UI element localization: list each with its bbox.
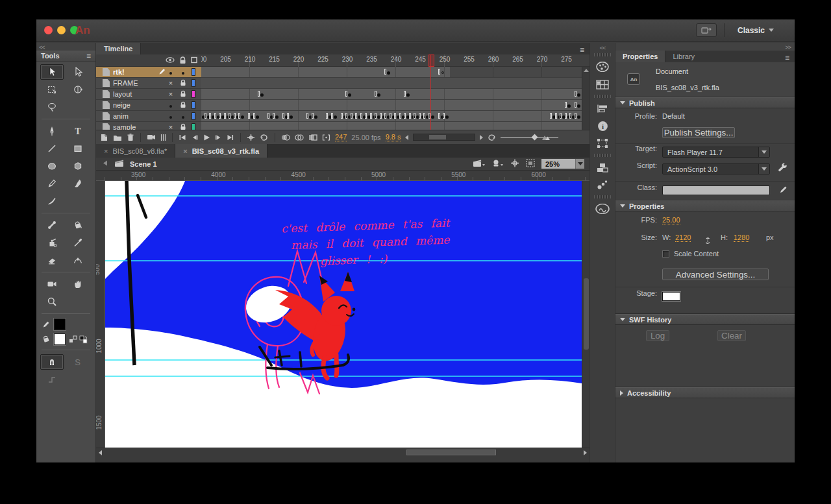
properties-panel-menu-icon[interactable]: ≡ [780, 53, 795, 62]
creative-cloud-panel-icon[interactable] [593, 201, 612, 217]
show-layer-depth-icon[interactable] [160, 134, 166, 141]
brush-tool-icon[interactable] [66, 176, 90, 191]
keyframe-filled[interactable] [575, 101, 580, 110]
layer-row-layout[interactable]: layout× [96, 89, 201, 100]
publish-section-header[interactable]: Publish [615, 97, 795, 108]
align-panel-icon[interactable] [593, 101, 612, 116]
step-back-button[interactable] [191, 134, 198, 141]
keyframe-filled[interactable] [404, 90, 410, 99]
timeline-vertical-scrollbar[interactable] [582, 67, 589, 130]
onion-skin-outlines-button[interactable] [295, 134, 304, 141]
script-settings-wrench-icon[interactable] [778, 163, 788, 174]
elapsed-time-field[interactable]: 9.8 s [386, 133, 401, 141]
keyframe-filled[interactable] [287, 112, 293, 121]
tools-collapse-strip[interactable]: << [36, 43, 95, 51]
properties-section-header[interactable]: Properties [615, 200, 795, 211]
smooth-option-icon[interactable]: S [66, 354, 90, 370]
free-transform-tool-icon[interactable] [40, 82, 64, 97]
keyframe-filled[interactable] [258, 90, 264, 99]
camera-button[interactable] [147, 134, 156, 141]
document-tab[interactable]: ×BIS_sc08_v3_rtk.fla [175, 144, 267, 158]
link-width-height-icon[interactable] [702, 236, 713, 246]
fill-color-swatch[interactable] [54, 333, 66, 345]
reset-timeline-zoom-button[interactable] [488, 134, 496, 141]
lasso-tool-icon[interactable] [40, 99, 64, 115]
bone-tool-icon[interactable] [40, 217, 64, 233]
dropdown-arrow-icon[interactable] [758, 147, 769, 157]
keyframe-filled[interactable] [565, 101, 571, 110]
timeline-horizontal-scrollbar[interactable] [413, 134, 475, 141]
tab-library[interactable]: Library [665, 51, 702, 62]
keyframe-filled[interactable] [375, 90, 380, 99]
accessibility-section-header[interactable]: Accessibility [615, 387, 795, 398]
scrollbar-thumb[interactable] [584, 278, 589, 350]
keyframe-filled[interactable] [443, 112, 449, 121]
straighten-option-icon[interactable] [40, 372, 64, 387]
dock-collapse-icon[interactable]: << [600, 45, 606, 51]
layer-visibility-toggle[interactable]: × [166, 90, 176, 98]
swatches-panel-icon[interactable] [593, 77, 612, 92]
layer-lock-toggle[interactable] [178, 123, 188, 130]
color-panel-icon[interactable] [593, 59, 612, 75]
scenes-panel-icon[interactable] [593, 160, 612, 175]
fps-value[interactable]: 25.00 [662, 216, 680, 224]
keyframe-filled[interactable] [238, 112, 244, 121]
layer-frames-row[interactable] [201, 111, 582, 122]
zoom-level-control[interactable]: 25% [541, 159, 584, 169]
stage-horizontal-scrollbar[interactable] [96, 448, 589, 457]
layer-row-sample[interactable]: sample× [96, 122, 201, 130]
timeline-frame-ruler[interactable]: 2002052102152202252302352402452502552602… [201, 54, 582, 67]
hand-tool-icon[interactable] [66, 276, 90, 292]
swf-clear-button[interactable]: Clear [717, 330, 746, 341]
keyframe-filled[interactable] [575, 112, 580, 121]
paint-brush-tool-icon[interactable] [40, 193, 64, 209]
oval-tool-icon[interactable] [40, 158, 64, 174]
scene-name[interactable]: Scene 1 [130, 160, 157, 168]
layer-frames-row[interactable] [201, 67, 582, 78]
go-to-last-frame-button[interactable] [227, 134, 234, 141]
layer-lock-toggle[interactable] [178, 68, 188, 76]
dock-grip[interactable] [594, 95, 611, 98]
scroll-left-arrow[interactable] [99, 450, 102, 455]
layer-visibility-toggle[interactable]: × [166, 123, 176, 130]
layer-frames-row[interactable] [201, 78, 582, 89]
timeline-tab[interactable]: Timeline [96, 43, 141, 54]
eyedropper-tool-icon[interactable] [66, 235, 90, 250]
show-all-layers-as-outlines-icon[interactable] [191, 56, 197, 65]
text-tool-icon[interactable]: T [66, 123, 90, 139]
timeline-scroll-left-arrow[interactable] [405, 135, 408, 140]
layer-frames-row[interactable] [201, 122, 582, 130]
layer-lock-toggle[interactable] [178, 112, 188, 120]
center-frame-button[interactable] [247, 134, 255, 141]
swf-log-button[interactable]: Log [646, 330, 669, 341]
pen-tool-icon[interactable] [40, 123, 64, 139]
layer-frames-row[interactable] [201, 100, 582, 111]
tab-properties[interactable]: Properties [615, 51, 665, 62]
close-tab-icon[interactable]: × [104, 147, 108, 155]
eraser-tool-icon[interactable] [40, 252, 64, 268]
play-button[interactable] [203, 134, 210, 141]
brush-library-panel-icon[interactable] [593, 177, 612, 193]
polystar-tool-icon[interactable] [66, 158, 90, 174]
edit-scene-button[interactable] [473, 159, 486, 169]
lock-unlock-all-layers-icon[interactable] [179, 56, 186, 66]
ink-bottle-tool-icon[interactable] [40, 235, 64, 250]
workspace-switcher-icon[interactable] [696, 23, 717, 37]
properties-collapse-strip[interactable]: >> [615, 43, 795, 51]
dock-grip[interactable] [594, 154, 611, 157]
document-tab[interactable]: ×BIS_sc08_v8.fla* [96, 144, 175, 158]
stage-color-swatch[interactable] [662, 292, 680, 301]
script-dropdown[interactable]: ActionScript 3.0 [662, 163, 770, 174]
current-frame-field[interactable]: 247 [335, 133, 347, 141]
stroke-color-swatch[interactable] [54, 318, 66, 330]
subselection-tool-icon[interactable] [66, 64, 90, 80]
layer-row-neige[interactable]: neige [96, 100, 201, 111]
timeline-panel-menu-icon[interactable]: ≡ [575, 45, 589, 54]
center-stage-button[interactable] [510, 159, 519, 169]
swf-history-section-header[interactable]: SWF History [615, 314, 795, 325]
zoom-tool-icon[interactable] [40, 294, 64, 309]
tools-panel-menu-icon[interactable]: ≡ [86, 51, 91, 60]
selection-tool-icon[interactable] [40, 64, 64, 80]
layer-visibility-toggle[interactable] [166, 68, 176, 76]
onion-skin-button[interactable] [281, 134, 290, 141]
